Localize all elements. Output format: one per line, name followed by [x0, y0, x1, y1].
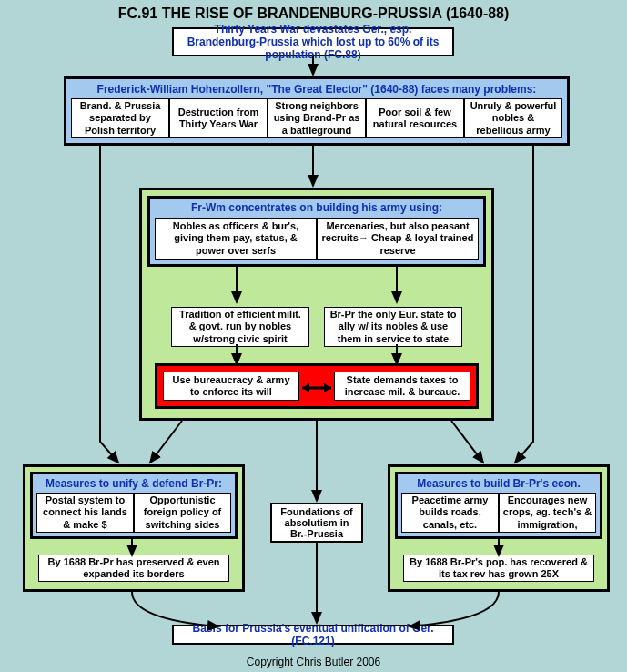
unify-cell: Postal system to connect his lands & mak…	[36, 493, 134, 533]
copyright-text: Copyright Chris Butler 2006	[0, 656, 627, 668]
econ-result: By 1688 Br-Pr's pop. has recovered & its…	[403, 555, 594, 582]
problems-container: Frederick-William Hohenzollern, "The Gre…	[64, 76, 570, 146]
flowchart-canvas: FC.91 THE RISE OF BRANDENBURG-PRUSSIA (1…	[0, 0, 627, 672]
unify-header: Measures to unify & defend Br-Pr:	[33, 474, 235, 493]
army-blue-inner: Fr-Wm concentrates on building his army …	[147, 196, 486, 267]
red-cycle-box: Use bureaucracy & army to enforce its wi…	[155, 363, 479, 409]
problem-cell: Strong neighbors using Brand-Pr as a bat…	[268, 98, 366, 138]
ally-cell: Br-Pr the only Eur. state to ally w/ its…	[324, 307, 462, 347]
red-cell: State demands taxes to increase mil. & b…	[334, 372, 470, 401]
problem-cell: Brand. & Prussia separated by Polish ter…	[71, 98, 169, 138]
problems-header: Frederick-William Hohenzollern, "The Gre…	[66, 79, 567, 99]
basis-box: Basis for Prussia's eventual unification…	[172, 625, 454, 645]
problem-cell: Unruly & powerful nobles & rebellious ar…	[464, 98, 562, 138]
unify-result: By 1688 Br-Pr has preserved & even expan…	[38, 555, 229, 582]
econ-cell: Encourages new crops, ag. tech's & immig…	[499, 493, 596, 533]
top-event-box: Thirty Years War devastates Ger., esp. B…	[172, 27, 454, 56]
econ-cell: Peacetime army builds roads, canals, etc…	[401, 493, 499, 533]
unify-cell: Opportunistic foreign policy of switchin…	[134, 493, 231, 533]
unify-container: Measures to unify & defend Br-Pr: Postal…	[23, 464, 245, 592]
chart-title: FC.91 THE RISE OF BRANDENBURG-PRUSSIA (1…	[0, 5, 627, 22]
econ-container: Measures to build Br-Pr's econ. Peacetim…	[388, 464, 610, 592]
army-cell: Nobles as officers & bur's, giving them …	[155, 218, 317, 260]
econ-blue-inner: Measures to build Br-Pr's econ. Peacetim…	[395, 472, 602, 539]
army-header: Fr-Wm concentrates on building his army …	[150, 199, 483, 217]
unify-blue-inner: Measures to unify & defend Br-Pr: Postal…	[30, 472, 238, 539]
problem-cell: Destruction from Thirty Years War	[169, 98, 268, 138]
foundations-box: Foundations of absolutism in Br.-Prussia	[270, 503, 363, 543]
econ-header: Measures to build Br-Pr's econ.	[398, 474, 600, 493]
army-container: Fr-Wm concentrates on building his army …	[139, 188, 494, 421]
problem-cell: Poor soil & few natural resources	[366, 98, 464, 138]
tradition-cell: Tradition of efficient milit. & govt. ru…	[171, 307, 309, 347]
red-cell: Use bureaucracy & army to enforce its wi…	[163, 372, 299, 401]
army-cell: Mercenaries, but also peasant recruits→ …	[317, 218, 479, 260]
